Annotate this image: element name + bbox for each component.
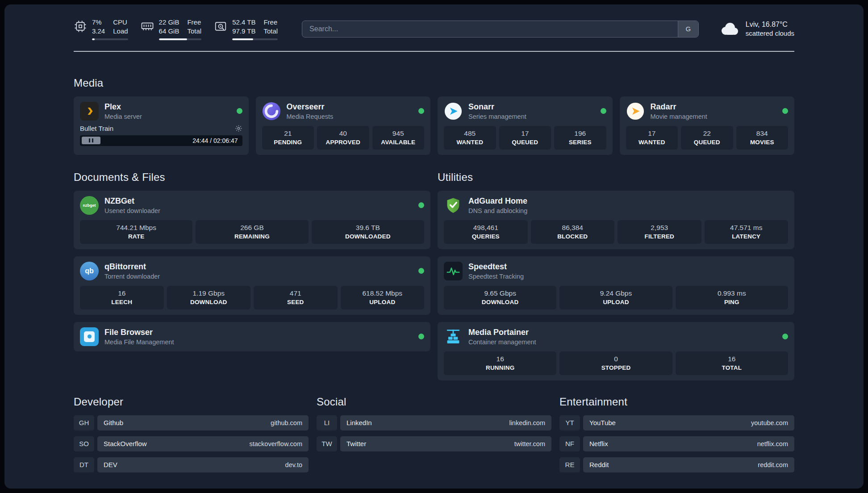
cpu-load-label: Load — [113, 27, 128, 36]
app-card-filebrowser[interactable]: File Browser Media File Management — [74, 322, 430, 351]
app-description: Media server — [104, 113, 142, 120]
stat-wanted: 17 WANTED — [626, 126, 678, 150]
disk-widget: 52.4 TB 97.9 TB Free Total — [214, 18, 278, 40]
app-card-speedtest[interactable]: Speedtest Speedtest Tracking 9.65 Gbps D… — [438, 256, 794, 315]
disk-free-label: Free — [263, 18, 278, 27]
bookmark-abbr: NF — [559, 436, 580, 451]
cpu-usage-value: 7% — [92, 18, 105, 27]
bookmark-dev[interactable]: DT DEV dev.to — [74, 457, 309, 472]
disk-free-value: 52.4 TB — [232, 18, 255, 27]
stat-latency: 47.571 ms LATENCY — [705, 220, 789, 244]
bookmark-name: LinkedIn — [346, 419, 372, 426]
sonarr-icon — [444, 102, 463, 121]
stat-filtered: 2,953 FILTERED — [618, 220, 701, 244]
status-online-dot — [418, 108, 424, 114]
bookmark-bar: YouTube youtube.com — [583, 415, 794, 430]
stat-running: 16 RUNNING — [444, 351, 556, 375]
bookmark-netflix[interactable]: NF Netflix netflix.com — [559, 436, 794, 451]
bookmark-linkedin[interactable]: LI LinkedIn linkedin.com — [317, 415, 551, 430]
memory-total-label: Total — [187, 27, 201, 36]
card-header: AdGuard Home DNS and adblocking — [444, 196, 788, 215]
app-name: Radarr — [651, 102, 707, 112]
stat-upload: 618.52 Mbps UPLOAD — [341, 286, 425, 309]
weather-condition: scattered clouds — [746, 29, 794, 37]
stat-available: 945 AVAILABLE — [372, 126, 425, 150]
bookmark-bar: Reddit reddit.com — [583, 457, 794, 472]
stat-queries: 498,461 QUERIES — [444, 220, 528, 244]
search-bar[interactable]: G — [302, 21, 699, 38]
disk-total-value: 97.9 TB — [232, 27, 255, 36]
bookmark-abbr: LI — [317, 415, 337, 430]
app-name: File Browser — [104, 328, 174, 337]
stat-rate: 744.21 Mbps RATE — [80, 220, 192, 244]
bookmark-bar: Netflix netflix.com — [583, 436, 794, 451]
disk-total-label: Total — [263, 27, 278, 36]
search-provider-button[interactable]: G — [678, 21, 698, 37]
bookmark-youtube[interactable]: YT YouTube youtube.com — [559, 415, 794, 430]
app-description: Series management — [468, 113, 526, 120]
bookmark-bar: DEV dev.to — [97, 457, 309, 472]
stat-wanted: 485 WANTED — [444, 126, 496, 150]
bookmark-url: netflix.com — [757, 440, 788, 447]
status-online-dot — [237, 108, 242, 114]
dashboard-page: 7% 3.24 CPU Load — [4, 4, 864, 489]
app-card-radarr[interactable]: Radarr Movie management 17 WANTED 22 QUE… — [620, 96, 795, 155]
gear-icon[interactable] — [235, 125, 242, 132]
app-description: Media File Management — [104, 338, 174, 346]
speedtest-icon — [444, 262, 463, 280]
bookmark-url: twitter.com — [514, 440, 545, 447]
status-online-dot — [782, 108, 788, 114]
bookmark-url: linkedin.com — [509, 419, 545, 426]
section-title-social: Social — [317, 396, 551, 408]
app-description: Torrent downloader — [104, 273, 160, 280]
app-name: qBittorrent — [104, 262, 160, 272]
bookmark-bar: Twitter twitter.com — [340, 436, 551, 451]
entertainment-bookmarks: Entertainment YT YouTube youtube.com NF … — [559, 396, 794, 478]
stat-ping: 0.993 ms PING — [676, 286, 788, 309]
memory-usage-bar — [159, 38, 202, 40]
playback-progress-bar[interactable]: 24:44 / 02:06:47 — [80, 135, 242, 146]
app-card-overseerr[interactable]: Overseerr Media Requests 21 PENDING 40 A… — [256, 96, 431, 155]
app-description: Speedtest Tracking — [468, 273, 524, 280]
section-title-utilities: Utilities — [438, 171, 794, 184]
bookmark-url: reddit.com — [758, 461, 788, 468]
stat-stopped: 0 STOPPED — [559, 351, 672, 375]
stat-pending: 21 PENDING — [262, 126, 314, 150]
bookmark-abbr: GH — [74, 415, 94, 430]
card-header: Plex Media server — [80, 102, 242, 121]
bookmark-url: github.com — [271, 419, 302, 426]
social-bookmarks: Social LI LinkedIn linkedin.com TW Twitt… — [317, 396, 551, 457]
stat-queued: 22 QUEUED — [681, 126, 733, 150]
app-card-plex[interactable]: Plex Media server Bullet Train — [74, 96, 249, 155]
cpu-icon — [74, 18, 87, 35]
stat-downloaded: 39.6 TB DOWNLOADED — [312, 220, 424, 244]
memory-free-value: 22 GiB — [159, 18, 179, 27]
radarr-icon — [626, 102, 645, 121]
app-name: Sonarr — [468, 102, 526, 112]
section-title-media: Media — [74, 77, 794, 89]
bookmark-github[interactable]: GH Github github.com — [74, 415, 309, 430]
app-description: Movie management — [651, 113, 707, 120]
stat-download: 1.19 Gbps DOWNLOAD — [167, 286, 251, 309]
search-input[interactable] — [302, 21, 678, 37]
bookmark-reddit[interactable]: RE Reddit reddit.com — [559, 457, 794, 472]
status-online-dot — [601, 108, 606, 114]
cpu-usage-bar — [92, 38, 128, 40]
stat-upload: 9.24 Gbps UPLOAD — [559, 286, 672, 309]
stat-blocked: 86,384 BLOCKED — [531, 220, 615, 244]
card-header: Overseerr Media Requests — [262, 102, 425, 121]
stat-queued: 17 QUEUED — [499, 126, 551, 150]
overseerr-icon — [262, 102, 281, 121]
app-card-adguard[interactable]: AdGuard Home DNS and adblocking 498,461 … — [438, 191, 794, 249]
memory-free-label: Free — [187, 18, 201, 27]
playback-time: 24:44 / 02:06:47 — [192, 137, 238, 144]
bookmark-twitter[interactable]: TW Twitter twitter.com — [317, 436, 551, 451]
bookmark-stackoverflow[interactable]: SO StackOverflow stackoverflow.com — [74, 436, 309, 451]
app-card-portainer[interactable]: Media Portainer Container management 16 … — [438, 322, 794, 380]
card-header: Media Portainer Container management — [444, 327, 788, 346]
qbittorrent-icon: qb — [80, 262, 99, 280]
app-card-sonarr[interactable]: Sonarr Series management 485 WANTED 17 Q… — [438, 96, 613, 155]
app-card-nzbget[interactable]: nzbget NZBGet Usenet downloader 744.21 M… — [74, 191, 430, 249]
pause-button[interactable] — [82, 137, 100, 144]
app-card-qbittorrent[interactable]: qb qBittorrent Torrent downloader 16 LEE… — [74, 256, 430, 315]
